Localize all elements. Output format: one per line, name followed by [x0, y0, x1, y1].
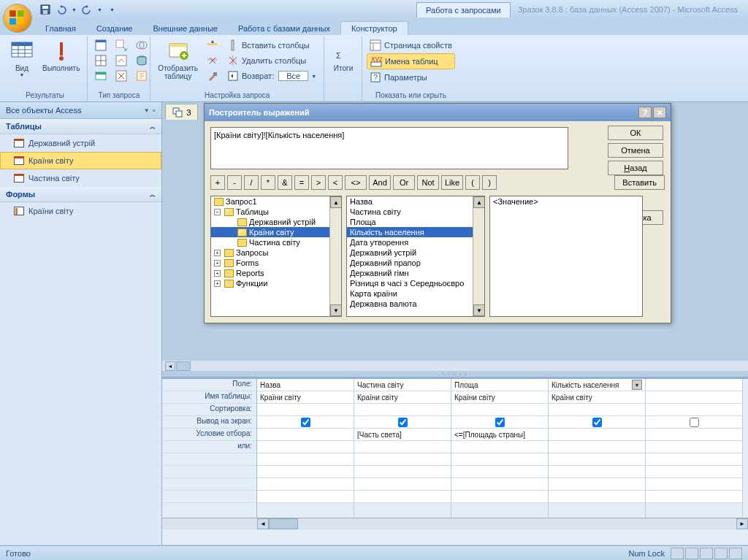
grid-cell[interactable] [257, 429, 354, 441]
value-list[interactable]: <Значение> [489, 196, 643, 317]
undo-icon[interactable] [56, 4, 67, 15]
tab-db-tools[interactable]: Работа с базами данных [228, 22, 340, 35]
return-button[interactable]: Возврат: Все ▼ [224, 69, 319, 83]
show-checkbox[interactable] [398, 418, 408, 427]
ddl-query-icon[interactable] [133, 69, 150, 83]
tab-create[interactable]: Создание [86, 22, 143, 35]
delete-query-icon[interactable] [112, 69, 130, 83]
dialog-titlebar[interactable]: Построитель выражений ? ✕ [205, 104, 671, 121]
op-button[interactable]: Like [441, 175, 463, 190]
cancel-button[interactable]: Отмена [608, 143, 663, 158]
grid-cell[interactable] [451, 466, 548, 478]
delete-columns-button[interactable]: Удалить столбцы [224, 53, 319, 68]
grid-cell[interactable] [646, 379, 742, 391]
grid-cell[interactable] [354, 466, 451, 478]
parameters-button[interactable]: ?Параметры [367, 70, 455, 85]
list-item[interactable]: Різниця в часі з Середньоєвро [347, 278, 484, 288]
back-button[interactable]: Назад [608, 161, 663, 175]
grid-cell[interactable] [646, 491, 742, 503]
upper-hscroll[interactable]: ◄ [162, 361, 748, 371]
op-button[interactable]: < [328, 175, 343, 190]
nav-item-table-2[interactable]: Частина світу [0, 169, 161, 187]
op-button[interactable]: <> [345, 175, 367, 190]
nav-item-form-0[interactable]: Країни світу [0, 202, 161, 220]
grid-cell[interactable] [354, 441, 451, 453]
grid-cell[interactable] [354, 453, 451, 466]
grid-hscroll[interactable]: ◄ ► [162, 518, 748, 529]
make-table-icon[interactable] [92, 69, 110, 83]
ok-button[interactable]: ОК [608, 126, 663, 140]
append-query-icon[interactable] [112, 38, 130, 53]
nav-item-table-0[interactable]: Державний устрій [0, 134, 161, 152]
dialog-help-button[interactable]: ? [638, 107, 652, 118]
run-button[interactable]: Выполнить [39, 38, 83, 99]
grid-cell[interactable] [257, 441, 354, 453]
grid-cell[interactable] [451, 478, 548, 491]
tab-external-data[interactable]: Внешние данные [143, 22, 228, 35]
grid-cell[interactable] [646, 404, 742, 416]
update-query-icon[interactable] [112, 53, 130, 68]
grid-cell[interactable] [257, 491, 354, 503]
builder-button[interactable] [204, 69, 221, 83]
list-item[interactable]: Державний устрій [347, 248, 484, 258]
redo-icon[interactable] [81, 4, 93, 15]
scroll-down-icon[interactable]: ▼ [330, 304, 342, 316]
grid-cell[interactable]: Назва [257, 379, 354, 391]
grid-cell[interactable]: Країни світу [549, 391, 645, 404]
scroll-left-icon[interactable]: ◄ [257, 518, 269, 529]
crosstab-query-icon[interactable] [92, 53, 110, 68]
grid-cell[interactable] [549, 478, 645, 491]
grid-cell[interactable] [646, 466, 742, 478]
op-button[interactable]: * [261, 175, 275, 190]
view-design-button[interactable] [729, 548, 742, 559]
list-item[interactable]: Державна валюта [347, 299, 484, 309]
grid-cell[interactable]: [Часть света] [354, 429, 451, 441]
op-button[interactable]: > [311, 175, 326, 190]
grid-cell[interactable] [646, 391, 742, 404]
grid-cell[interactable] [257, 466, 354, 478]
union-query-icon[interactable] [133, 38, 150, 53]
tab-design[interactable]: Конструктор [340, 21, 408, 35]
grid-cell[interactable] [354, 404, 451, 416]
grid-cell[interactable] [549, 416, 645, 429]
scroll-thumb[interactable] [269, 518, 298, 529]
op-button[interactable]: Not [417, 175, 439, 190]
grid-cell[interactable] [646, 429, 742, 441]
show-table-button[interactable]: Отобразить таблицу [155, 38, 201, 99]
save-icon[interactable] [39, 4, 51, 15]
view-datasheet-button[interactable] [671, 548, 684, 559]
op-button[interactable]: And [369, 175, 391, 190]
nav-section-tables[interactable]: Таблицы︽ [0, 119, 161, 134]
grid-cell[interactable] [257, 416, 354, 429]
scroll-down-icon[interactable]: ▼ [473, 304, 485, 316]
grid-cell[interactable] [549, 491, 645, 503]
scroll-thumb[interactable] [176, 361, 191, 371]
list-item[interactable]: <Значение> [490, 196, 642, 207]
grid-cell[interactable] [257, 404, 354, 416]
grid-cell[interactable]: <=[Площадь страны] [451, 429, 548, 441]
show-checkbox[interactable] [301, 418, 310, 427]
plus-icon[interactable]: + [214, 250, 221, 256]
op-button[interactable]: ) [482, 175, 497, 190]
plus-icon[interactable]: + [214, 260, 221, 266]
insert-rows-button[interactable] [204, 38, 221, 53]
tab-home[interactable]: Главная [35, 22, 86, 35]
select-query-icon[interactable] [92, 38, 110, 53]
show-checkbox[interactable] [592, 418, 602, 427]
grid-cell[interactable] [451, 453, 548, 466]
table-names-button[interactable]: xyzИмена таблиц [367, 53, 455, 69]
grid-cell[interactable] [549, 453, 645, 466]
list-item[interactable]: Назва [347, 196, 484, 207]
totals-button[interactable]: Σ Итоги [329, 38, 358, 99]
return-value[interactable]: Все [278, 71, 308, 81]
view-pivottable-button[interactable] [685, 548, 698, 559]
delete-rows-button[interactable] [204, 53, 221, 68]
plus-icon[interactable]: + [214, 280, 221, 287]
undo-dropdown-icon[interactable]: ▼ [72, 7, 77, 12]
insert-columns-button[interactable]: Вставить столбцы [224, 38, 319, 53]
nav-dropdown-icon[interactable]: ▼ [144, 107, 150, 114]
scroll-left-icon[interactable]: ◄ [165, 361, 175, 371]
grid-cell[interactable] [549, 404, 645, 416]
grid-cell[interactable] [451, 416, 548, 429]
redo-dropdown-icon[interactable]: ▼ [97, 7, 102, 12]
